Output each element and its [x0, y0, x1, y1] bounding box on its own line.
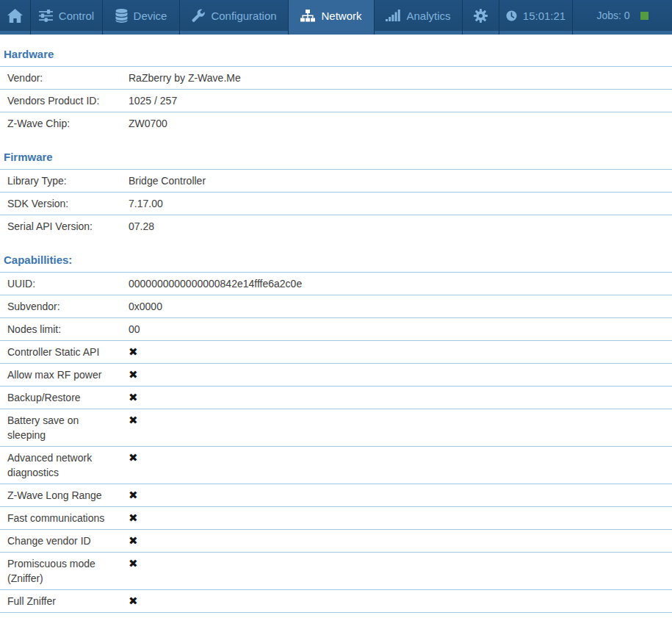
tab-label: Network [321, 10, 361, 22]
table-row: UUID:0000000000000000842e14fffe6a2c0e [0, 273, 672, 295]
row-value: ZW0700 [129, 116, 672, 131]
row-label: Controller Static API [0, 345, 129, 359]
info-section: Hardware Vendor:RaZberry by Z-Wave.MeVen… [0, 48, 672, 134]
table-row: Library Type:Bridge Controller [0, 170, 672, 193]
row-value: 1025 / 257 [129, 93, 672, 108]
top-nav: Control Device Configuration [0, 0, 672, 35]
section-title: Capabillities: [4, 254, 672, 267]
row-value: 7.17.00 [129, 196, 672, 211]
clock-status: 15:01:21 [499, 0, 573, 35]
table-row: Serial API Version:07.28 [0, 215, 672, 237]
row-label: Library Type: [0, 173, 129, 188]
gear-icon [473, 8, 488, 24]
row-label: Change vendor ID [0, 533, 129, 548]
tab-home[interactable] [0, 0, 31, 35]
row-value: 0x0000 [129, 299, 672, 314]
row-value: 00 [129, 322, 672, 337]
cross-icon: ✖ [129, 533, 672, 548]
section-title: Firmware [4, 151, 672, 164]
tab-configuration[interactable]: Configuration [180, 0, 289, 35]
jobs-label: Jobs: 0 [596, 10, 629, 21]
row-label: Vendors Product ID: [0, 93, 129, 108]
table-row: Change vendor ID✖ [0, 530, 672, 553]
clock-icon [506, 10, 517, 21]
section-title: Hardware [4, 48, 672, 61]
row-label: Z-Wave Long Range [0, 488, 129, 503]
row-label: Backup/Restore [0, 390, 129, 405]
table-row: Z-Wave Long Range✖ [0, 484, 672, 507]
table-row: Allow max RF power✖ [0, 364, 672, 387]
cross-icon: ✖ [129, 488, 672, 503]
row-value: RaZberry by Z-Wave.Me [129, 71, 672, 85]
table-row: Subvendor:0x0000 [0, 295, 672, 318]
row-label: SDK Version: [0, 196, 129, 211]
bar-chart-icon [386, 10, 400, 21]
row-label: Full Zniffer [0, 594, 129, 608]
row-label: Subvendor: [0, 299, 129, 314]
row-label: Allow max RF power [0, 367, 129, 382]
table-row: Z-Wave Chip:ZW0700 [0, 112, 672, 134]
clock-time: 15:01:21 [523, 10, 566, 22]
tab-analytics[interactable]: Analytics [375, 0, 463, 35]
row-label: Promiscuous mode (Zniffer) [0, 556, 129, 586]
cross-icon: ✖ [129, 450, 672, 480]
table-row: Backup/Restore✖ [0, 387, 672, 409]
tab-control[interactable]: Control [31, 0, 103, 35]
row-label: Nodes limit: [0, 322, 129, 337]
tab-label: Control [59, 10, 94, 22]
section-rows: Library Type:Bridge ControllerSDK Versio… [0, 169, 672, 237]
database-icon [115, 9, 128, 23]
cross-icon: ✖ [129, 367, 672, 382]
cross-icon: ✖ [129, 413, 672, 442]
row-value: 0000000000000000842e14fffe6a2c0e [129, 276, 672, 291]
section-rows: UUID:0000000000000000842e14fffe6a2c0eSub… [0, 272, 672, 618]
sitemap-icon [300, 10, 315, 22]
tab-device[interactable]: Device [103, 0, 180, 35]
wrench-icon [191, 9, 205, 23]
table-row: Vendor:RaZberry by Z-Wave.Me [0, 67, 672, 90]
tab-network[interactable]: Network [289, 0, 375, 35]
row-value: 07.28 [129, 219, 672, 234]
table-row: Fast communications✖ [0, 507, 672, 530]
info-section: Capabillities: UUID:0000000000000000842e… [0, 254, 672, 618]
table-row: Advanced network diagnostics✖ [0, 447, 672, 484]
jobs-status[interactable]: Jobs: 0 [573, 0, 672, 35]
cross-icon: ✖ [129, 345, 672, 359]
row-label: Advanced network diagnostics [0, 450, 129, 480]
table-row: Promiscuous mode (Zniffer)✖ [0, 553, 672, 590]
table-row: Nodes limit:00 [0, 318, 672, 341]
cross-icon: ✖ [129, 390, 672, 405]
tab-label: Device [134, 10, 167, 22]
settings-tab[interactable] [463, 0, 499, 35]
section-rows: Vendor:RaZberry by Z-Wave.MeVendors Prod… [0, 66, 672, 134]
network-info-page: Hardware Vendor:RaZberry by Z-Wave.MeVen… [0, 35, 672, 618]
row-label: Battery save on sleeping [0, 413, 129, 442]
table-row: Battery save on sleeping✖ [0, 409, 672, 447]
row-label: Vendor: [0, 71, 129, 85]
cross-icon: ✖ [129, 556, 672, 586]
cross-icon: ✖ [129, 511, 672, 525]
table-row: SDK Version:7.17.00 [0, 193, 672, 215]
cross-icon: ✖ [129, 594, 672, 608]
table-row: Vendors Product ID:1025 / 257 [0, 90, 672, 112]
info-section: Firmware Library Type:Bridge ControllerS… [0, 151, 672, 237]
table-row: RF jamming detection✖ [0, 613, 672, 618]
row-label: Serial API Version: [0, 219, 129, 234]
tab-label: Analytics [406, 10, 450, 22]
table-row: Full Zniffer✖ [0, 590, 672, 613]
table-row: Controller Static API✖ [0, 341, 672, 364]
row-label: UUID: [0, 276, 129, 291]
row-value: Bridge Controller [129, 173, 672, 188]
jobs-status-square [640, 12, 648, 20]
row-label: Fast communications [0, 511, 129, 525]
tab-label: Configuration [211, 10, 276, 22]
home-icon [7, 9, 23, 23]
sliders-icon [39, 10, 53, 22]
row-label: Z-Wave Chip: [0, 116, 129, 131]
